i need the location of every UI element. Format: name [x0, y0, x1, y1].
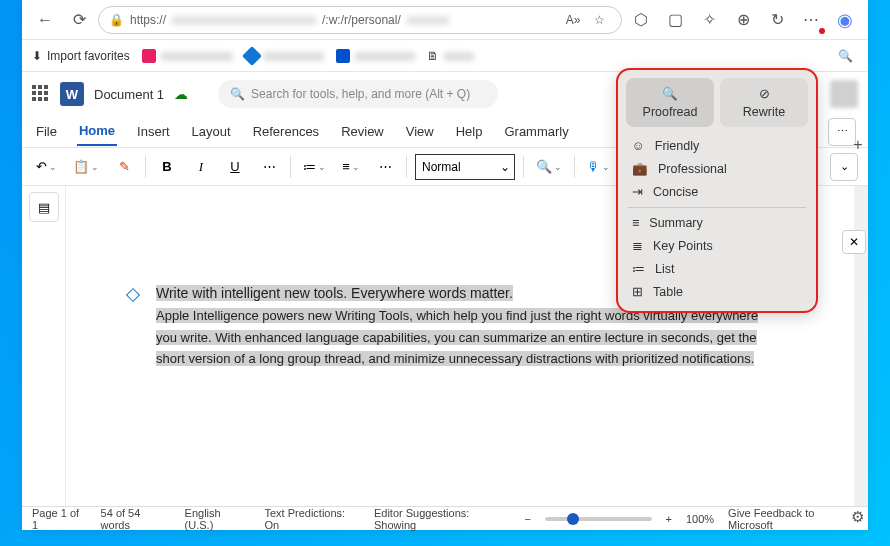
status-suggestions[interactable]: Editor Suggestions: Showing	[374, 507, 510, 531]
tabs-icon[interactable]: ▢	[660, 5, 690, 35]
doc-body: Apple Intelligence powers new Writing To…	[156, 305, 764, 369]
zoom-out-button[interactable]: −	[524, 513, 530, 525]
op-list[interactable]: ≔List	[626, 257, 808, 280]
zoom-level[interactable]: 100%	[686, 513, 714, 525]
bookmark-2[interactable]: xxxxxxxxxx	[245, 49, 324, 63]
star-icon[interactable]: ☆	[587, 5, 611, 35]
tab-layout[interactable]: Layout	[190, 118, 233, 145]
para-more-button[interactable]: ⋯	[372, 154, 398, 180]
italic-button[interactable]: I	[188, 154, 214, 180]
favorites-icon[interactable]: ✧	[694, 5, 724, 35]
url-mid: /:w:/r/personal/	[322, 13, 401, 27]
bold-button[interactable]: B	[154, 154, 180, 180]
nav-rail: ▤	[22, 186, 66, 506]
status-page[interactable]: Page 1 of 1	[32, 507, 87, 531]
bullets-button[interactable]: ≔⌄	[299, 154, 330, 180]
dictate-button[interactable]: 🎙⌄	[583, 154, 614, 180]
saved-icon: ☁	[174, 86, 188, 102]
refresh-button[interactable]: ⟳	[64, 5, 94, 35]
tone-professional[interactable]: 💼Professional	[626, 157, 808, 180]
tab-file[interactable]: File	[34, 118, 59, 145]
status-predictions[interactable]: Text Predictions: On	[264, 507, 360, 531]
proofread-button[interactable]: 🔍 Proofread	[626, 78, 714, 127]
feedback-link[interactable]: Give Feedback to Microsoft	[728, 507, 858, 531]
find-button[interactable]: 🔍⌄	[532, 154, 566, 180]
copilot-icon[interactable]: ◉	[830, 5, 860, 35]
zoom-in-button[interactable]: +	[666, 513, 672, 525]
keypoints-icon: ≣	[632, 238, 643, 253]
import-icon: ⬇	[32, 49, 42, 63]
rewrite-icon: ⊘	[759, 86, 770, 101]
paste-button[interactable]: 📋⌄	[69, 154, 103, 180]
history-icon[interactable]: ↻	[762, 5, 792, 35]
file-icon: 🗎	[427, 49, 439, 63]
document-name[interactable]: Document 1	[94, 87, 164, 102]
tab-view[interactable]: View	[404, 118, 436, 145]
bookmark-icon	[142, 49, 156, 63]
op-table[interactable]: ⊞Table	[626, 280, 808, 303]
status-lang[interactable]: English (U.S.)	[185, 507, 251, 531]
style-select[interactable]: Normal	[415, 154, 515, 180]
url-blur-1: xxxxxxxxxxxxxxxxxxxxxxxx	[172, 13, 316, 27]
search-input[interactable]: 🔍 Search for tools, help, and more (Alt …	[218, 80, 498, 108]
sidebar-rail: +	[848, 136, 868, 216]
comment-marker-icon[interactable]	[126, 288, 140, 302]
undo-button[interactable]: ↶⌄	[32, 154, 61, 180]
browser-toolbar: ← ⟳ 🔒 https:// xxxxxxxxxxxxxxxxxxxxxxxx …	[22, 0, 868, 40]
bookmark-4[interactable]: 🗎xxxxx	[427, 49, 474, 63]
url-blur-2: xxxxxxx	[407, 13, 449, 27]
rewrite-button[interactable]: ⊘ Rewrite	[720, 78, 808, 127]
concise-icon: ⇥	[632, 184, 643, 199]
bookmark-icon	[242, 46, 262, 66]
url-prefix: https://	[130, 13, 166, 27]
bookmark-1[interactable]: xxxxxxxxxxxx	[142, 49, 233, 63]
underline-button[interactable]: U	[222, 154, 248, 180]
tone-concise[interactable]: ⇥Concise	[626, 180, 808, 203]
table-icon: ⊞	[632, 284, 643, 299]
close-pane-button[interactable]: ✕	[842, 230, 866, 254]
search-icon[interactable]: 🔍	[830, 41, 860, 71]
summary-icon: ≡	[632, 216, 639, 230]
collections-icon[interactable]: ⊕	[728, 5, 758, 35]
list-icon: ≔	[632, 261, 645, 276]
tab-review[interactable]: Review	[339, 118, 386, 145]
op-summary[interactable]: ≡Summary	[626, 212, 808, 234]
briefcase-icon: 💼	[632, 161, 648, 176]
tab-grammarly[interactable]: Grammarly	[502, 118, 570, 145]
word-logo-icon: W	[60, 82, 84, 106]
address-bar[interactable]: 🔒 https:// xxxxxxxxxxxxxxxxxxxxxxxx /:w:…	[98, 6, 622, 34]
magnify-icon: 🔍	[662, 86, 678, 101]
settings-icon[interactable]: ⚙	[851, 508, 864, 526]
format-painter-button[interactable]: ✎	[111, 154, 137, 180]
status-words[interactable]: 54 of 54 words	[101, 507, 171, 531]
tab-references[interactable]: References	[251, 118, 321, 145]
search-icon: 🔍	[230, 87, 245, 101]
import-favorites[interactable]: ⬇ Import favorites	[32, 49, 130, 63]
align-button[interactable]: ≡⌄	[338, 154, 364, 180]
op-keypoints[interactable]: ≣Key Points	[626, 234, 808, 257]
more-icon[interactable]: ⋯	[796, 5, 826, 35]
add-pane-button[interactable]: +	[853, 136, 862, 154]
writing-tools-popup: 🔍 Proofread ⊘ Rewrite ☺Friendly 💼Profess…	[616, 68, 818, 313]
back-button[interactable]: ←	[30, 5, 60, 35]
lock-icon: 🔒	[109, 13, 124, 27]
zoom-slider[interactable]	[545, 517, 652, 521]
bookmark-3[interactable]: xxxxxxxxxx	[336, 49, 415, 63]
scrollbar[interactable]: ✕	[854, 186, 868, 506]
app-launcher-icon[interactable]	[32, 85, 50, 103]
avatar[interactable]	[830, 80, 858, 108]
bookmark-icon	[336, 49, 350, 63]
read-aloud-icon[interactable]: A»	[561, 5, 585, 35]
extensions-icon[interactable]: ⬡	[626, 5, 656, 35]
font-more-button[interactable]: ⋯	[256, 154, 282, 180]
tone-friendly[interactable]: ☺Friendly	[626, 135, 808, 157]
status-bar: Page 1 of 1 54 of 54 words English (U.S.…	[22, 506, 868, 530]
navigation-button[interactable]: ▤	[29, 192, 59, 222]
tab-insert[interactable]: Insert	[135, 118, 172, 145]
addr-actions: A» ☆	[561, 5, 611, 35]
tab-help[interactable]: Help	[454, 118, 485, 145]
smile-icon: ☺	[632, 139, 645, 153]
tab-home[interactable]: Home	[77, 117, 117, 146]
